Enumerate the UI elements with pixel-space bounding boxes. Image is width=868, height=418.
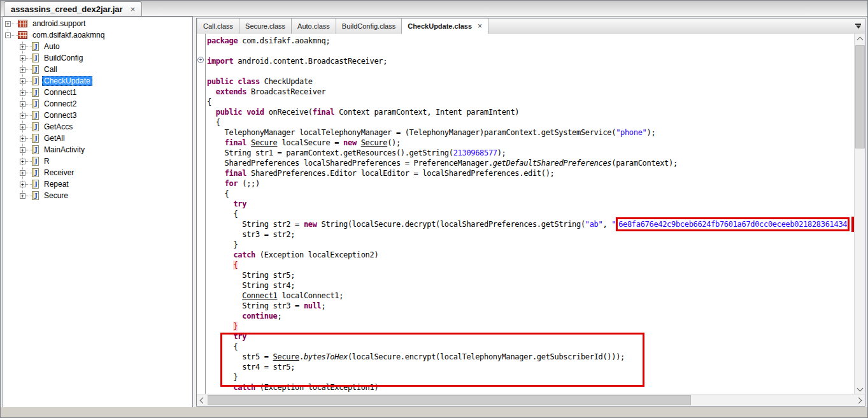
tree-connector — [25, 69, 32, 70]
code-token: void — [246, 108, 264, 117]
editor-tab-BuildConfig.class[interactable]: BuildConfig.class — [336, 18, 402, 34]
tree-item-Repeat[interactable]: +JRepeat — [3, 178, 192, 190]
code-token: TelephonyManager localTelephonyManager =… — [207, 128, 616, 137]
code-line: String str4; — [207, 280, 850, 291]
code-token — [207, 312, 242, 321]
java-class-icon: J — [32, 65, 39, 74]
tree-item-label[interactable]: CheckUpdate — [42, 76, 92, 86]
expand-plus-icon[interactable]: + — [20, 147, 25, 153]
tree-item-label[interactable]: GetAll — [42, 133, 67, 143]
tree-item-Connect1[interactable]: +JConnect1 — [3, 87, 192, 98]
expand-plus-icon[interactable]: + — [5, 21, 11, 27]
tree-item-GetAccs[interactable]: +JGetAccs — [3, 121, 192, 133]
tree-item-R[interactable]: +JR — [3, 155, 192, 167]
tree-connector — [25, 173, 32, 173]
code-token: { — [207, 189, 229, 198]
expand-plus-icon[interactable]: + — [20, 182, 25, 187]
fold-plus-icon[interactable]: + — [197, 57, 204, 63]
tree-item-label[interactable]: Secure — [42, 191, 70, 201]
expand-plus-icon[interactable]: + — [20, 78, 25, 84]
tab-list-icon[interactable] — [855, 24, 861, 29]
tree-item-BuildConfig[interactable]: +JBuildConfig — [3, 52, 192, 64]
tree-item-label[interactable]: Connect2 — [42, 99, 78, 109]
code-token: getDefaultSharedPreferences — [493, 159, 611, 168]
expand-plus-icon[interactable]: + — [20, 67, 25, 73]
tree-item-label[interactable]: R — [42, 156, 52, 166]
code-token: ); — [497, 148, 506, 157]
tree-item-GetAll[interactable]: +JGetAll — [3, 133, 192, 144]
code-token: Secure — [361, 138, 387, 147]
code-token: String(localSecure.decrypt(localSharedPr… — [317, 220, 585, 229]
code-token: final — [313, 108, 335, 117]
tree-item-label[interactable]: Connect1 — [42, 87, 78, 97]
editor-tab-Call.class[interactable]: Call.class — [197, 18, 239, 34]
jar-file-tab[interactable]: assassins_creed_dex2jar.jar × — [4, 1, 142, 16]
expand-plus-icon[interactable]: + — [20, 90, 25, 96]
editor-tab-Auto.class[interactable]: Auto.class — [292, 18, 336, 34]
editor-tab-CheckUpdate.class[interactable]: CheckUpdate.class× — [402, 18, 488, 34]
editor-tab-Secure.class[interactable]: Secure.class — [239, 18, 292, 34]
tree-item-CheckUpdate[interactable]: +JCheckUpdate — [3, 75, 192, 87]
horizontal-scrollbar[interactable] — [197, 394, 865, 406]
code-token: null — [304, 301, 322, 310]
java-class-icon-letter: J — [34, 180, 38, 187]
tree-item-Call[interactable]: +JCall — [3, 64, 192, 75]
tree-item-label[interactable]: Receiver — [42, 168, 76, 178]
tree-item-com.dsifakf.aoakmnq[interactable]: -com.dsifakf.aoakmnq — [3, 29, 192, 41]
collapse-minus-icon[interactable]: - — [5, 32, 11, 38]
expand-plus-icon[interactable]: + — [20, 55, 25, 61]
close-icon[interactable]: × — [131, 4, 136, 14]
package-icon — [18, 20, 27, 27]
tree-item-label[interactable]: MainActivity — [42, 145, 87, 155]
tree-item-Secure[interactable]: +JSecure — [3, 190, 192, 201]
scroll-down-button[interactable] — [855, 384, 865, 394]
tree-item-label[interactable]: BuildConfig — [42, 53, 85, 63]
code-token: try — [233, 332, 246, 341]
tree-item-label[interactable]: Auto — [42, 41, 62, 52]
tree-item-Auto[interactable]: +JAuto — [3, 41, 192, 52]
tree-item-label[interactable]: Connect3 — [42, 110, 78, 120]
expand-plus-icon[interactable]: + — [20, 44, 25, 50]
code-line: } — [207, 372, 850, 382]
expand-plus-icon[interactable]: + — [20, 136, 25, 141]
package-tree: +android.support-com.dsifakf.aoakmnq+JAu… — [3, 17, 192, 201]
code-token: (Exception localException2) — [255, 250, 378, 259]
tree-item-MainActivity[interactable]: +JMainActivity — [3, 144, 192, 155]
expand-plus-icon[interactable]: + — [20, 124, 25, 130]
java-class-icon-letter: J — [34, 123, 38, 130]
code-line: { — [207, 342, 850, 352]
close-icon[interactable]: × — [478, 22, 482, 31]
code-token: Secure — [251, 138, 277, 147]
expand-plus-icon[interactable]: + — [20, 113, 25, 119]
tree-item-Connect3[interactable]: +JConnect3 — [3, 110, 192, 121]
code-token: new — [343, 138, 357, 147]
expand-plus-icon[interactable]: + — [20, 101, 25, 107]
tree-item-label[interactable]: Repeat — [42, 179, 71, 189]
tree-item-label[interactable]: android.support — [31, 18, 87, 29]
horizontal-scroll-thumb[interactable] — [208, 395, 691, 405]
scroll-up-button[interactable] — [855, 34, 865, 44]
tree-item-label[interactable]: GetAccs — [42, 122, 75, 132]
editor-tab-bar: Call.classSecure.classAuto.classBuildCon… — [197, 18, 865, 34]
code-token: (paramContext); — [611, 159, 678, 168]
tree-item-Receiver[interactable]: +JReceiver — [3, 167, 192, 178]
scroll-right-button[interactable] — [855, 395, 865, 405]
tree-item-Connect2[interactable]: +JConnect2 — [3, 98, 192, 110]
tree-item-label[interactable]: Call — [42, 64, 59, 75]
code-line: try — [207, 199, 850, 209]
code-token: ); — [646, 128, 655, 137]
tree-item-label[interactable]: com.dsifakf.aoakmnq — [31, 30, 106, 40]
vertical-scrollbar[interactable] — [854, 34, 865, 394]
expand-plus-icon[interactable]: + — [20, 193, 25, 199]
code-token: localConnect1; — [278, 291, 344, 300]
code-token — [207, 169, 225, 178]
tree-item-android.support[interactable]: +android.support — [3, 18, 192, 29]
code-line: } — [207, 240, 850, 250]
editor-panel: Call.classSecure.classAuto.classBuildCon… — [196, 18, 865, 407]
expand-plus-icon[interactable]: + — [20, 170, 25, 176]
code-token: extends — [216, 87, 246, 96]
expand-plus-icon[interactable]: + — [20, 159, 25, 164]
scroll-left-button[interactable] — [197, 395, 207, 405]
code-token: 2130968577 — [453, 148, 497, 157]
vertical-scroll-thumb[interactable] — [855, 45, 865, 148]
